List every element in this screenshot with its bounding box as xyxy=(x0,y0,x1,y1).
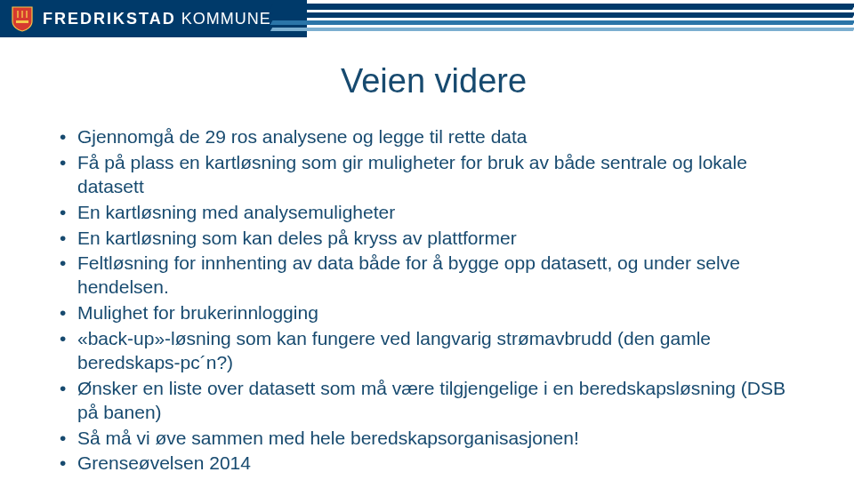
bullet-text: Feltløsning for innhenting av data både … xyxy=(77,252,740,297)
brand-rest: KOMMUNE xyxy=(176,10,271,28)
list-item: En kartløsning med analysemuligheter xyxy=(58,201,810,225)
bullet-text: Gjennomgå de 29 ros analysene og legge t… xyxy=(77,126,528,147)
list-item: «back-up»-løsning som kan fungere ved la… xyxy=(58,327,810,375)
list-item: Så må vi øve sammen med hele beredskapso… xyxy=(58,427,810,451)
brand-text: FREDRIKSTAD KOMMUNE xyxy=(43,10,271,28)
slide-content: Veien videre Gjennomgå de 29 ros analyse… xyxy=(58,62,810,477)
header-main: FREDRIKSTAD KOMMUNE xyxy=(0,0,307,37)
bullet-text: Få på plass en kartløsning som gir mulig… xyxy=(77,152,747,196)
bullet-list: Gjennomgå de 29 ros analysene og legge t… xyxy=(58,125,810,476)
bullet-text: «back-up»-løsning som kan fungere ved la… xyxy=(77,328,711,372)
stripe-4 xyxy=(270,28,854,31)
header-banner: FREDRIKSTAD KOMMUNE xyxy=(0,0,854,37)
brand-strong: FREDRIKSTAD xyxy=(43,10,176,28)
bullet-text: Ønsker en liste over datasett som må vær… xyxy=(77,378,786,422)
stripe-2 xyxy=(270,12,854,18)
list-item: Grenseøvelsen 2014 xyxy=(58,452,810,476)
svg-rect-0 xyxy=(16,20,28,23)
bullet-text: En kartløsning som kan deles på kryss av… xyxy=(77,228,517,248)
list-item: Få på plass en kartløsning som gir mulig… xyxy=(58,151,810,199)
crest-icon xyxy=(11,5,34,32)
list-item: Gjennomgå de 29 ros analysene og legge t… xyxy=(58,125,810,149)
header-stripes xyxy=(307,0,854,37)
bullet-text: Grenseøvelsen 2014 xyxy=(77,452,251,473)
list-item: En kartløsning som kan deles på kryss av… xyxy=(58,227,810,251)
stripe-3 xyxy=(270,20,854,25)
stripe-1 xyxy=(270,4,854,10)
bullet-text: Mulighet for brukerinnlogging xyxy=(77,302,318,323)
list-item: Feltløsning for innhenting av data både … xyxy=(58,252,810,300)
bullet-text: Så må vi øve sammen med hele beredskapso… xyxy=(77,428,579,448)
bullet-text: En kartløsning med analysemuligheter xyxy=(77,202,395,222)
slide: FREDRIKSTAD KOMMUNE Veien videre Gjennom… xyxy=(0,0,854,504)
slide-title: Veien videre xyxy=(58,62,810,100)
list-item: Mulighet for brukerinnlogging xyxy=(58,301,810,325)
list-item: Ønsker en liste over datasett som må vær… xyxy=(58,377,810,425)
